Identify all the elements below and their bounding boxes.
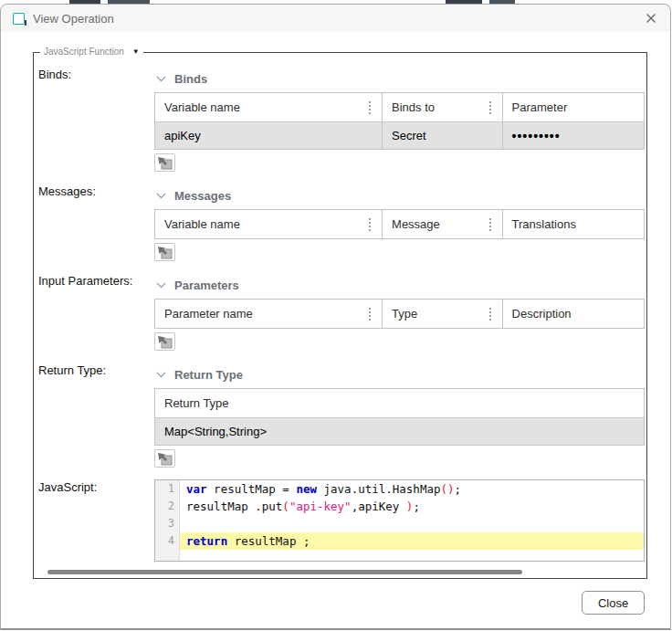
table-header-row: Variable nameMessageTranslations bbox=[155, 210, 644, 238]
close-button[interactable]: Close bbox=[582, 591, 645, 615]
table-cell: apiKey bbox=[155, 121, 383, 149]
caret-down-icon: ▼ bbox=[132, 46, 140, 58]
column-header[interactable]: Parameter bbox=[503, 93, 644, 121]
column-menu-icon[interactable] bbox=[489, 101, 491, 114]
line-number: 4 bbox=[155, 532, 180, 550]
column-menu-icon[interactable] bbox=[369, 308, 371, 321]
column-header-label: Return Type bbox=[164, 396, 229, 410]
pick-arrow-icon bbox=[157, 452, 173, 466]
return-type-section-header[interactable]: Return Type bbox=[154, 360, 645, 388]
scrollbar-thumb[interactable] bbox=[47, 570, 522, 574]
horizontal-scrollbar[interactable] bbox=[38, 568, 642, 575]
view-operation-dialog: View Operation JavaScript Function ▼ Bin… bbox=[0, 4, 671, 630]
column-header-label: Type bbox=[392, 307, 417, 321]
section-messages: Messages: Messages Variable nameMessageT… bbox=[37, 181, 646, 270]
messages-section-title: Messages bbox=[174, 189, 231, 203]
column-header-label: Message bbox=[392, 217, 440, 231]
parameters-row-label: Input Parameters: bbox=[37, 270, 154, 288]
chevron-down-icon bbox=[156, 372, 166, 378]
table-header-row: Variable nameBinds toParameter bbox=[155, 93, 644, 121]
column-header-label: Parameter name bbox=[164, 307, 253, 321]
parameters-section-header[interactable]: Parameters bbox=[154, 270, 645, 299]
javascript-row-label: JavaScript: bbox=[37, 477, 154, 494]
messages-section-header[interactable]: Messages bbox=[154, 181, 645, 209]
line-number: 2 bbox=[155, 498, 180, 515]
table-row[interactable]: apiKeySecret••••••••• bbox=[155, 121, 644, 149]
column-menu-icon[interactable] bbox=[489, 308, 491, 321]
parameters-table-action-button[interactable] bbox=[154, 332, 175, 351]
messages-row-label: Messages: bbox=[37, 181, 154, 198]
parameters-table: Parameter nameTypeDescription bbox=[154, 299, 645, 329]
table-cell: ••••••••• bbox=[503, 121, 644, 149]
messages-table-action-button[interactable] bbox=[154, 243, 175, 261]
pick-arrow-icon bbox=[157, 335, 173, 349]
binds-row-label: Binds: bbox=[37, 64, 154, 81]
column-header-label: Description bbox=[512, 307, 572, 321]
code-text[interactable]: return resultMap ; bbox=[180, 532, 644, 550]
column-header[interactable]: Parameter name bbox=[155, 300, 383, 328]
table-cell: Map<String,String> bbox=[155, 417, 644, 445]
javascript-code-editor[interactable]: 1var resultMap = new java.util.HashMap()… bbox=[154, 479, 645, 562]
column-header-label: Translations bbox=[512, 217, 576, 231]
column-menu-icon[interactable] bbox=[489, 218, 491, 231]
code-line: 4return resultMap ; bbox=[155, 532, 644, 550]
section-binds: Binds: Binds Variable nameBinds toParame… bbox=[37, 64, 646, 181]
chevron-down-icon bbox=[156, 193, 166, 199]
section-javascript: JavaScript: 1var resultMap = new java.ut… bbox=[37, 477, 646, 562]
pick-arrow-icon bbox=[157, 246, 173, 259]
javascript-function-panel: JavaScript Function ▼ Binds: Binds Varia… bbox=[33, 52, 647, 579]
column-header[interactable]: Message bbox=[383, 210, 503, 238]
panel-legend-label: JavaScript Function bbox=[44, 46, 124, 58]
column-header[interactable]: Translations bbox=[503, 210, 644, 238]
pick-arrow-icon bbox=[157, 156, 173, 170]
column-header[interactable]: Description bbox=[503, 300, 644, 328]
code-line: 3 bbox=[155, 515, 644, 532]
dialog-titlebar[interactable]: View Operation bbox=[1, 5, 670, 32]
column-header[interactable]: Return Type bbox=[155, 389, 644, 417]
dialog-title: View Operation bbox=[33, 12, 641, 26]
column-menu-icon[interactable] bbox=[369, 218, 371, 231]
column-header[interactable]: Binds to bbox=[383, 93, 503, 121]
binds-section-title: Binds bbox=[174, 72, 207, 86]
column-header-label: Variable name bbox=[164, 217, 240, 231]
table-row[interactable]: Map<String,String> bbox=[155, 417, 644, 445]
messages-table: Variable nameMessageTranslations bbox=[154, 209, 645, 239]
binds-table-action-button[interactable] bbox=[154, 153, 175, 172]
section-parameters: Input Parameters: Parameters Parameter n… bbox=[37, 270, 646, 360]
column-menu-icon[interactable] bbox=[369, 101, 371, 114]
chevron-down-icon bbox=[156, 282, 166, 289]
column-header[interactable]: Variable name bbox=[155, 210, 383, 238]
code-text[interactable] bbox=[180, 515, 644, 532]
return-type-row-label: Return Type: bbox=[37, 360, 154, 377]
return-type-table: Return TypeMap<String,String> bbox=[154, 388, 645, 446]
window-icon bbox=[13, 13, 25, 25]
code-text[interactable]: resultMap .put("api-key",apiKey ); bbox=[180, 498, 644, 515]
return-type-section-title: Return Type bbox=[174, 368, 243, 382]
close-icon[interactable] bbox=[641, 8, 661, 28]
parameters-section-title: Parameters bbox=[174, 279, 239, 292]
return-type-table-action-button[interactable] bbox=[154, 449, 175, 468]
line-number: 1 bbox=[155, 480, 180, 498]
column-header-label: Parameter bbox=[512, 100, 568, 114]
code-line: 1var resultMap = new java.util.HashMap()… bbox=[155, 480, 644, 498]
column-header[interactable]: Type bbox=[383, 300, 503, 328]
code-text[interactable]: var resultMap = new java.util.HashMap(); bbox=[180, 480, 644, 498]
panel-legend[interactable]: JavaScript Function ▼ bbox=[40, 46, 143, 58]
table-header-row: Parameter nameTypeDescription bbox=[155, 300, 644, 328]
column-header-label: Variable name bbox=[164, 100, 240, 114]
line-number: 3 bbox=[155, 515, 180, 532]
column-header[interactable]: Variable name bbox=[155, 93, 383, 121]
section-return-type: Return Type: Return Type Return TypeMap<… bbox=[37, 360, 646, 477]
code-line: 2resultMap .put("api-key",apiKey ); bbox=[155, 498, 644, 515]
column-header-label: Binds to bbox=[392, 100, 435, 114]
binds-section-header[interactable]: Binds bbox=[154, 64, 645, 92]
table-cell: Secret bbox=[383, 121, 503, 149]
binds-table: Variable nameBinds toParameterapiKeySecr… bbox=[154, 92, 645, 150]
table-header-row: Return Type bbox=[155, 389, 644, 417]
chevron-down-icon bbox=[156, 76, 166, 82]
